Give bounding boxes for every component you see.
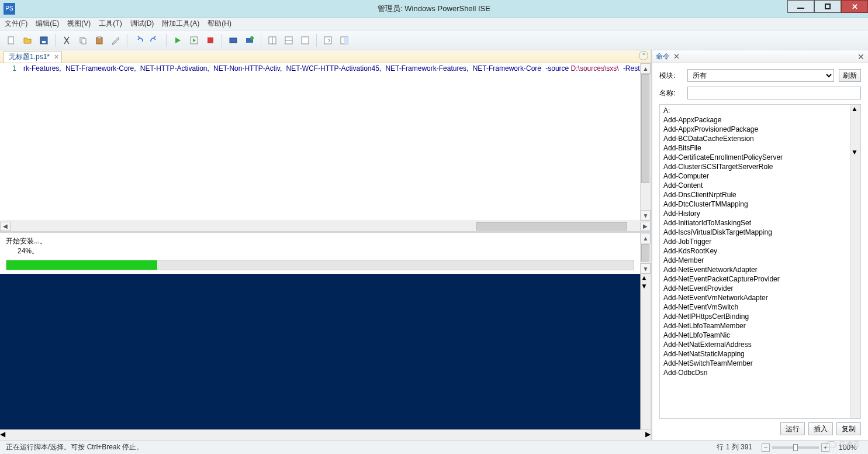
list-item[interactable]: Add-NetEventVmNetworkAdapter xyxy=(662,293,848,302)
list-item[interactable]: Add-NetLbfoTeamMember xyxy=(662,321,848,331)
scroll-right-icon[interactable]: ▶ xyxy=(640,222,651,231)
list-item[interactable]: Add-History xyxy=(662,209,848,218)
collapse-script-pane-button[interactable]: ⌃ xyxy=(639,51,648,60)
minimize-button[interactable] xyxy=(787,0,814,13)
refresh-button[interactable]: 刷新 xyxy=(839,69,861,82)
maximize-button[interactable] xyxy=(814,0,841,13)
redo-button[interactable] xyxy=(147,33,162,48)
module-select[interactable]: 所有 xyxy=(687,69,834,82)
new-file-button[interactable] xyxy=(4,33,19,48)
menu-addons[interactable]: 附加工具(A) xyxy=(162,19,199,29)
show-commands-button[interactable] xyxy=(320,33,336,48)
list-item[interactable]: Add-ClusteriSCSITargetServerRole xyxy=(662,162,848,171)
commands-vscrollbar[interactable]: ▲ ▼ xyxy=(850,105,860,418)
list-item[interactable]: Add-Member xyxy=(662,256,848,265)
svg-rect-8 xyxy=(208,37,213,43)
menu-debug[interactable]: 调试(D) xyxy=(130,19,154,29)
list-item[interactable]: Add-NetEventNetworkAdapter xyxy=(662,265,848,274)
run-script-button[interactable] xyxy=(170,33,185,48)
powershell-console[interactable]: ▲ ▼ xyxy=(0,274,651,429)
list-item[interactable]: Add-NetSwitchTeamMember xyxy=(662,359,848,368)
commands-panel-close-icon[interactable]: ✕ xyxy=(857,52,864,61)
list-item[interactable]: Add-NetEventPacketCaptureProvider xyxy=(662,274,848,284)
commands-filters: 模块: 所有 刷新 名称: xyxy=(652,63,868,104)
list-item[interactable]: Add-IscsiVirtualDiskTargetMapping xyxy=(662,228,848,237)
script-tab[interactable]: 无标题1.ps1* ✕ xyxy=(4,51,62,63)
paste-button[interactable] xyxy=(92,33,107,48)
scroll-down-icon[interactable]: ▼ xyxy=(641,210,651,221)
layout-1-button[interactable] xyxy=(265,33,280,48)
layout-2-button[interactable] xyxy=(281,33,296,48)
zoom-control[interactable]: − + xyxy=(762,443,829,452)
editor-hscrollbar[interactable]: ◀ ▶ xyxy=(0,221,651,231)
remote-button[interactable] xyxy=(226,33,241,48)
module-label: 模块: xyxy=(659,71,683,81)
list-item[interactable]: Add-BitsFile xyxy=(662,143,848,153)
new-remote-button[interactable] xyxy=(242,33,257,48)
close-button[interactable]: ✕ xyxy=(841,0,868,13)
list-item[interactable]: Add-NetEventVmSwitch xyxy=(662,302,848,312)
list-item[interactable]: Add-JobTrigger xyxy=(662,237,848,246)
list-item[interactable]: Add-NetEventProvider xyxy=(662,284,848,293)
run-selection-button[interactable] xyxy=(186,33,202,48)
commands-list[interactable]: A:Add-AppxPackageAdd-AppxProvisionedPack… xyxy=(660,105,850,418)
svg-point-11 xyxy=(250,36,254,40)
list-item[interactable]: Add-NetLbfoTeamNic xyxy=(662,331,848,340)
progress-bar xyxy=(6,260,634,270)
list-item[interactable]: Add-NetIPHttpsCertBinding xyxy=(662,312,848,321)
console-hscrollbar[interactable]: ◀ ▶ xyxy=(0,429,651,440)
status-message: 正在运行脚本/选择。可按 Ctrl+Break 停止。 xyxy=(6,442,143,452)
commands-panel: 命令 ✕ ✕ 模块: 所有 刷新 名称: A:Add-AppxPackageAd… xyxy=(652,50,868,440)
zoom-slider[interactable] xyxy=(772,446,819,449)
menu-view[interactable]: 视图(V) xyxy=(67,19,91,29)
commands-tab-close-icon[interactable]: ✕ xyxy=(673,52,680,61)
menu-tools[interactable]: 工具(T) xyxy=(99,19,122,29)
list-item[interactable]: Add-AppxProvisionedPackage xyxy=(662,125,848,134)
show-addon-button[interactable] xyxy=(337,33,352,48)
progress-header: 开始安装...。 24%。 xyxy=(0,233,640,257)
name-filter-input[interactable] xyxy=(687,87,861,99)
svg-rect-9 xyxy=(230,38,237,43)
list-item[interactable]: Add-BCDataCacheExtension xyxy=(662,134,848,143)
undo-button[interactable] xyxy=(131,33,146,48)
list-group: A: xyxy=(662,106,848,115)
list-item[interactable]: Add-CertificateEnrollmentPolicyServer xyxy=(662,153,848,162)
commands-actions: 运行 插入 复制 xyxy=(652,422,868,440)
menu-file[interactable]: 文件(F) xyxy=(5,19,27,29)
insert-command-button[interactable]: 插入 xyxy=(808,422,833,435)
copy-button[interactable] xyxy=(75,33,91,48)
code-editor[interactable]: rk-Features, NET-Framework-Core, NET-HTT… xyxy=(21,63,640,221)
scroll-left-icon[interactable]: ◀ xyxy=(0,222,11,231)
run-command-button[interactable]: 运行 xyxy=(780,422,805,435)
svg-rect-0 xyxy=(8,37,13,44)
watermark: 亿速云 xyxy=(826,439,860,449)
output-vscrollbar[interactable]: ▲ ▼ xyxy=(640,233,651,274)
list-item[interactable]: Add-NetNatExternalAddress xyxy=(662,340,848,349)
stop-button[interactable] xyxy=(203,33,218,48)
open-file-button[interactable] xyxy=(20,33,35,48)
list-item[interactable]: Add-DtcClusterTMMapping xyxy=(662,200,848,209)
editor-vscrollbar[interactable]: ▲ ▼ xyxy=(640,63,651,221)
cut-button[interactable] xyxy=(59,33,74,48)
list-item[interactable]: Add-KdsRootKey xyxy=(662,246,848,256)
console-vscrollbar[interactable]: ▲ ▼ xyxy=(640,274,651,429)
zoom-out-button[interactable]: − xyxy=(762,443,770,452)
progress-title: 开始安装...。 xyxy=(6,236,634,246)
list-item[interactable]: Add-AppxPackage xyxy=(662,115,848,125)
list-item[interactable]: Add-DnsClientNrptRule xyxy=(662,190,848,200)
list-item[interactable]: Add-NetNatStaticMapping xyxy=(662,349,848,359)
list-item[interactable]: Add-InitiatorIdToMaskingSet xyxy=(662,218,848,228)
list-item[interactable]: Add-Computer xyxy=(662,171,848,181)
list-item[interactable]: Add-OdbcDsn xyxy=(662,368,848,377)
cloud-icon xyxy=(826,441,836,448)
tab-close-icon[interactable]: ✕ xyxy=(54,53,59,61)
menu-edit[interactable]: 编辑(E) xyxy=(36,19,59,29)
save-button[interactable] xyxy=(36,33,51,48)
copy-command-button[interactable]: 复制 xyxy=(836,422,861,435)
menu-help[interactable]: 帮助(H) xyxy=(208,19,231,29)
clear-button[interactable] xyxy=(108,33,123,48)
layout-3-button[interactable] xyxy=(298,33,313,48)
scroll-up-icon[interactable]: ▲ xyxy=(641,63,651,74)
list-item[interactable]: Add-Content xyxy=(662,181,848,190)
name-label: 名称: xyxy=(659,88,683,98)
